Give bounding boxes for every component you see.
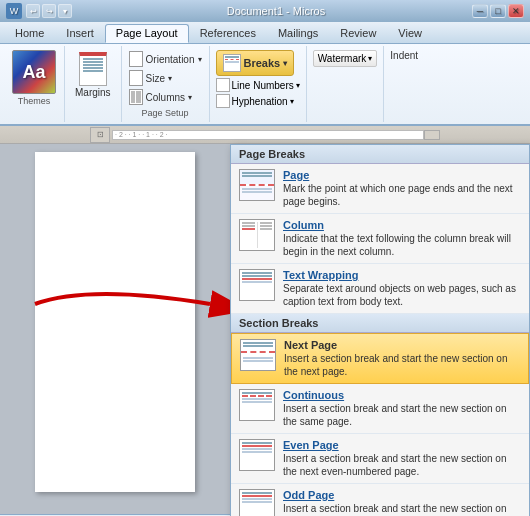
size-button[interactable]: Size ▾ [126,69,205,87]
orientation-button[interactable]: Orientation ▾ [126,50,205,68]
themes-icon: Aa [22,62,45,83]
margin-line-1 [83,58,103,60]
close-btn[interactable]: ✕ [508,4,524,18]
watermark-label: Watermark [318,53,367,64]
break-textwrap-icon [239,269,275,301]
margin-line-2 [83,61,103,63]
b-line1 [225,56,239,58]
line-numbers-arrow: ▾ [296,81,300,90]
indent-group: Indent [384,46,424,122]
break-oddpage-text: Odd Page Insert a section break and star… [283,489,521,516]
tab-view[interactable]: View [387,24,433,43]
ruler-end[interactable] [424,130,440,140]
hyphenation-icon [216,94,230,108]
break-oddpage-item[interactable]: Odd Page Insert a section break and star… [231,484,529,516]
themes-button[interactable]: Aa [12,50,56,94]
columns-label: Columns [146,92,185,103]
break-column-icon [239,219,275,251]
margin-line-3 [83,64,103,66]
break-column-desc: Indicate that the text following the col… [283,232,521,258]
redo-btn[interactable]: ↪ [42,4,56,18]
undo-arrow-btn[interactable]: ▾ [58,4,72,18]
col-1 [131,91,136,103]
break-textwrap-item[interactable]: Text Wrapping Separate text around objec… [231,264,529,314]
watermark-group: Watermark ▾ [307,46,385,122]
break-textwrap-title: Text Wrapping [283,269,521,281]
breaks-icon [223,54,241,72]
break-oddpage-desc: Insert a section break and start the new… [283,502,521,516]
break-textwrap-desc: Separate text around objects on web page… [283,282,521,308]
margins-button[interactable]: Margins [73,50,113,100]
ribbon: Aa Themes Margins Orientation ▾ Size ▾ [0,44,530,126]
app-icon: W [6,3,22,19]
hyphenation-button[interactable]: Hyphenation ▾ [216,94,294,108]
orientation-label: Orientation [146,54,195,65]
tab-page-layout[interactable]: Page Layout [105,24,189,43]
breaks-arrow: ▾ [283,59,287,68]
break-nextpage-icon [240,339,276,371]
break-page-title: Page [283,169,521,181]
break-evenpage-title: Even Page [283,439,521,451]
line-numbers-label: Line Numbers [232,80,294,91]
columns-button[interactable]: Columns ▾ [126,88,205,106]
break-textwrap-text: Text Wrapping Separate text around objec… [283,269,521,308]
break-evenpage-item[interactable]: Even Page Insert a section break and sta… [231,434,529,484]
breaks-group: Breaks ▾ Line Numbers ▾ Hyphenation ▾ [210,46,307,122]
size-icon [129,70,143,86]
break-nextpage-title: Next Page [284,339,520,351]
watermark-button[interactable]: Watermark ▾ [313,50,378,67]
break-page-item[interactable]: Page Mark the point at which one page en… [231,164,529,214]
tab-insert[interactable]: Insert [55,24,105,43]
break-evenpage-desc: Insert a section break and start the new… [283,452,521,478]
line-numbers-button[interactable]: Line Numbers ▾ [216,78,300,92]
hyphenation-arrow: ▾ [290,97,294,106]
break-column-title: Column [283,219,521,231]
b-break [225,59,239,60]
tab-home[interactable]: Home [4,24,55,43]
margins-label: Margins [75,87,111,98]
break-column-item[interactable]: Column Indicate that the text following … [231,214,529,264]
break-continuous-title: Continuous [283,389,521,401]
break-continuous-text: Continuous Insert a section break and st… [283,389,521,428]
themes-label: Themes [18,96,51,106]
ruler: ⊡ · 2 · · 1 · · 1 · · 2 · [0,126,530,144]
title-bar: W ↩ ↪ ▾ Document1 - Micros ─ □ ✕ [0,0,530,22]
section-breaks-header: Section Breaks [231,314,529,333]
break-continuous-desc: Insert a section break and start the new… [283,402,521,428]
page-breaks-header: Page Breaks [231,145,529,164]
margin-line-4 [83,67,103,69]
orientation-arrow: ▾ [198,55,202,64]
break-continuous-icon [239,389,275,421]
breaks-dropdown: Page Breaks Page Mark the point at which… [230,144,530,516]
ruler-bar: · 2 · · 1 · · 1 · · 2 · [112,130,424,140]
break-evenpage-text: Even Page Insert a section break and sta… [283,439,521,478]
breaks-button[interactable]: Breaks ▾ [216,50,295,76]
tab-references[interactable]: References [189,24,267,43]
ruler-toggle[interactable]: ⊡ [90,127,110,143]
indent-label: Indent [390,50,418,61]
ribbon-tabs: Home Insert Page Layout References Maili… [0,22,530,44]
break-page-icon [239,169,275,201]
b-line2 [225,61,239,63]
break-nextpage-text: Next Page Insert a section break and sta… [284,339,520,378]
margin-line-5 [83,70,103,72]
tab-mailings[interactable]: Mailings [267,24,329,43]
hyphenation-label: Hyphenation [232,96,288,107]
tab-review[interactable]: Review [329,24,387,43]
col-2 [136,91,141,103]
minimize-btn[interactable]: ─ [472,4,488,18]
columns-arrow: ▾ [188,93,192,102]
break-continuous-item[interactable]: Continuous Insert a section break and st… [231,384,529,434]
page-setup-group: Orientation ▾ Size ▾ Columns ▾ Page Setu… [122,46,210,122]
quick-access-btn[interactable]: ↩ [26,4,40,18]
maximize-btn[interactable]: □ [490,4,506,18]
window-controls: ─ □ ✕ [472,4,524,18]
arrow-annotation [30,279,230,331]
break-evenpage-icon [239,439,275,471]
margins-icon [79,52,107,86]
break-column-text: Column Indicate that the text following … [283,219,521,258]
ruler-toggle-icon: ⊡ [97,130,104,139]
break-nextpage-item[interactable]: Next Page Insert a section break and sta… [231,333,529,384]
page-setup-label: Page Setup [126,108,205,118]
break-oddpage-icon [239,489,275,516]
